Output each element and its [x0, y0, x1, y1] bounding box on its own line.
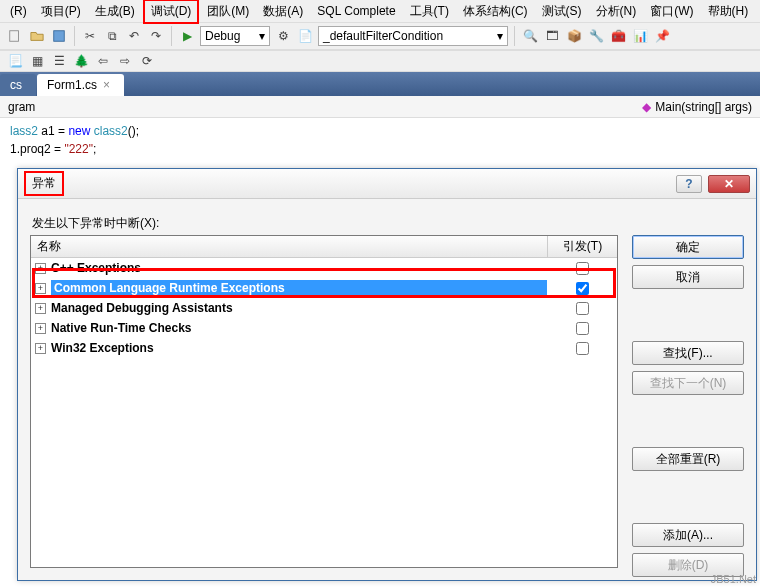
- tab-form1[interactable]: Form1.cs×: [37, 74, 124, 96]
- column-name[interactable]: 名称: [31, 238, 547, 255]
- code-text: lass2: [10, 124, 38, 138]
- find-next-button[interactable]: 查找下一个(N): [632, 371, 744, 395]
- menu-item[interactable]: (R): [4, 2, 33, 20]
- window-icon[interactable]: 🔍: [521, 27, 539, 45]
- close-button[interactable]: ✕: [708, 175, 750, 193]
- config-combo-value: Debug: [205, 29, 240, 43]
- separator: [74, 26, 75, 46]
- cut-icon[interactable]: ✂: [81, 27, 99, 45]
- help-button[interactable]: ?: [676, 175, 702, 193]
- tab-label: Form1.cs: [47, 78, 97, 92]
- add-button[interactable]: 添加(A)...: [632, 523, 744, 547]
- exception-row[interactable]: +Win32 Exceptions: [31, 338, 617, 358]
- code-text: new: [68, 124, 90, 138]
- exception-row[interactable]: +C++ Exceptions: [31, 258, 617, 278]
- undo-icon[interactable]: ↶: [125, 27, 143, 45]
- separator: [514, 26, 515, 46]
- save-icon[interactable]: [50, 27, 68, 45]
- svg-rect-0: [10, 31, 19, 42]
- dialog-buttons: 确定 取消 查找(F)... 查找下一个(N) 全部重置(R) 添加(A)...…: [632, 235, 744, 577]
- menu-item[interactable]: 团队(M): [201, 1, 255, 22]
- copy-icon[interactable]: ⧉: [103, 27, 121, 45]
- toolbox-icon[interactable]: 🧰: [609, 27, 627, 45]
- close-icon[interactable]: ×: [103, 78, 110, 92]
- config-combo[interactable]: Debug▾: [200, 26, 270, 46]
- code-text: a1 =: [38, 124, 68, 138]
- spacer: [632, 477, 744, 517]
- member-combo[interactable]: ◆ Main(string[] args): [642, 100, 752, 114]
- exception-label: Native Run-Time Checks: [51, 321, 547, 335]
- code-text: ;: [93, 142, 96, 156]
- code-text: ();: [128, 124, 139, 138]
- trigger-checkbox[interactable]: [547, 262, 617, 275]
- expand-icon[interactable]: +: [35, 263, 46, 274]
- file-icon[interactable]: 📄: [296, 27, 314, 45]
- scope-combo[interactable]: gram: [8, 100, 35, 114]
- exceptions-list: 名称 引发(T) +C++ Exceptions+Common Language…: [30, 235, 618, 568]
- window-controls: ? ✕: [676, 175, 750, 193]
- list-header: 名称 引发(T): [31, 236, 617, 258]
- expand-icon[interactable]: +: [35, 303, 46, 314]
- menu-item[interactable]: SQL Complete: [311, 2, 401, 20]
- menu-item[interactable]: 调试(D): [143, 0, 200, 24]
- exception-row[interactable]: +Native Run-Time Checks: [31, 318, 617, 338]
- new-icon[interactable]: [6, 27, 24, 45]
- navigation-bar: gram ◆ Main(string[] args): [0, 96, 760, 118]
- filter-combo[interactable]: _defaultFilterCondition▾: [318, 26, 508, 46]
- menu-item[interactable]: 窗口(W): [644, 1, 699, 22]
- open-icon[interactable]: [28, 27, 46, 45]
- dialog-prompt: 发生以下异常时中断(X):: [32, 215, 744, 232]
- pin-icon[interactable]: 📌: [653, 27, 671, 45]
- grid-icon[interactable]: ▦: [28, 52, 46, 70]
- method-icon: ◆: [642, 100, 651, 114]
- tool-icon[interactable]: ⚙: [274, 27, 292, 45]
- column-trigger[interactable]: 引发(T): [547, 236, 617, 257]
- exception-label: C++ Exceptions: [51, 261, 547, 275]
- menu-item[interactable]: 体系结构(C): [457, 1, 534, 22]
- spacer: [632, 401, 744, 441]
- doc-icon[interactable]: 📃: [6, 52, 24, 70]
- redo-icon[interactable]: ↷: [147, 27, 165, 45]
- menu-item[interactable]: 生成(B): [89, 1, 141, 22]
- menu-item[interactable]: 分析(N): [590, 1, 643, 22]
- trigger-checkbox[interactable]: [547, 322, 617, 335]
- code-editor[interactable]: lass2 a1 = new class2(); 1.proq2 = "222"…: [0, 118, 760, 162]
- menu-item[interactable]: 测试(S): [536, 1, 588, 22]
- code-text: class2: [94, 124, 128, 138]
- play-icon[interactable]: ▶: [178, 27, 196, 45]
- exception-row[interactable]: +Managed Debugging Assistants: [31, 298, 617, 318]
- refresh-icon[interactable]: ⟳: [138, 52, 156, 70]
- properties-icon[interactable]: 🔧: [587, 27, 605, 45]
- list-icon[interactable]: ☰: [50, 52, 68, 70]
- tree-icon[interactable]: 🌲: [72, 52, 90, 70]
- filter-combo-value: _defaultFilterCondition: [323, 29, 443, 43]
- class-view-icon[interactable]: 📊: [631, 27, 649, 45]
- arrow-left-icon[interactable]: ⇦: [94, 52, 112, 70]
- expand-icon[interactable]: +: [35, 283, 46, 294]
- dialog-title: 异常: [24, 171, 64, 196]
- app-icon[interactable]: 🗔: [543, 27, 561, 45]
- cancel-button[interactable]: 取消: [632, 265, 744, 289]
- find-button[interactable]: 查找(F)...: [632, 341, 744, 365]
- dialog-body: 发生以下异常时中断(X): 名称 引发(T) +C++ Exceptions+C…: [30, 209, 744, 568]
- expand-icon[interactable]: +: [35, 323, 46, 334]
- trigger-checkbox[interactable]: [547, 302, 617, 315]
- exception-label: Common Language Runtime Exceptions: [51, 280, 547, 296]
- watermark: JB51.Net: [711, 573, 756, 585]
- exception-row[interactable]: +Common Language Runtime Exceptions: [31, 278, 617, 298]
- arrow-right-icon[interactable]: ⇨: [116, 52, 134, 70]
- separator: [171, 26, 172, 46]
- document-tabs: cs Form1.cs×: [0, 72, 760, 96]
- tab-partial[interactable]: cs: [0, 74, 36, 96]
- solution-icon[interactable]: 📦: [565, 27, 583, 45]
- trigger-checkbox[interactable]: [547, 342, 617, 355]
- ok-button[interactable]: 确定: [632, 235, 744, 259]
- member-label: Main(string[] args): [655, 100, 752, 114]
- menu-item[interactable]: 数据(A): [257, 1, 309, 22]
- menu-item[interactable]: 工具(T): [404, 1, 455, 22]
- menu-item[interactable]: 项目(P): [35, 1, 87, 22]
- expand-icon[interactable]: +: [35, 343, 46, 354]
- reset-all-button[interactable]: 全部重置(R): [632, 447, 744, 471]
- menu-item[interactable]: 帮助(H): [702, 1, 755, 22]
- trigger-checkbox[interactable]: [547, 282, 617, 295]
